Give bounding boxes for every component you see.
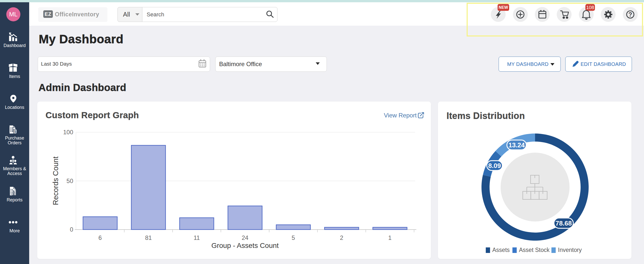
svg-text:81: 81 bbox=[145, 234, 152, 241]
svg-text:5: 5 bbox=[292, 234, 295, 241]
svg-text:11: 11 bbox=[194, 234, 200, 241]
svg-text:24: 24 bbox=[242, 234, 249, 241]
svg-text:13.24: 13.24 bbox=[508, 141, 525, 149]
svg-text:100: 100 bbox=[63, 129, 73, 136]
svg-text:50: 50 bbox=[66, 178, 73, 184]
svg-text:Records Count: Records Count bbox=[52, 156, 60, 205]
svg-text:?: ? bbox=[628, 11, 632, 18]
svg-text:78.68: 78.68 bbox=[555, 219, 572, 227]
svg-text:$: $ bbox=[14, 129, 16, 134]
svg-text:0: 0 bbox=[70, 226, 73, 233]
svg-text:1: 1 bbox=[388, 234, 391, 241]
svg-text:2: 2 bbox=[340, 234, 343, 241]
svg-text:6: 6 bbox=[98, 234, 102, 241]
svg-text:8.09: 8.09 bbox=[488, 162, 501, 169]
svg-text:Group - Assets Count: Group - Assets Count bbox=[211, 242, 279, 249]
